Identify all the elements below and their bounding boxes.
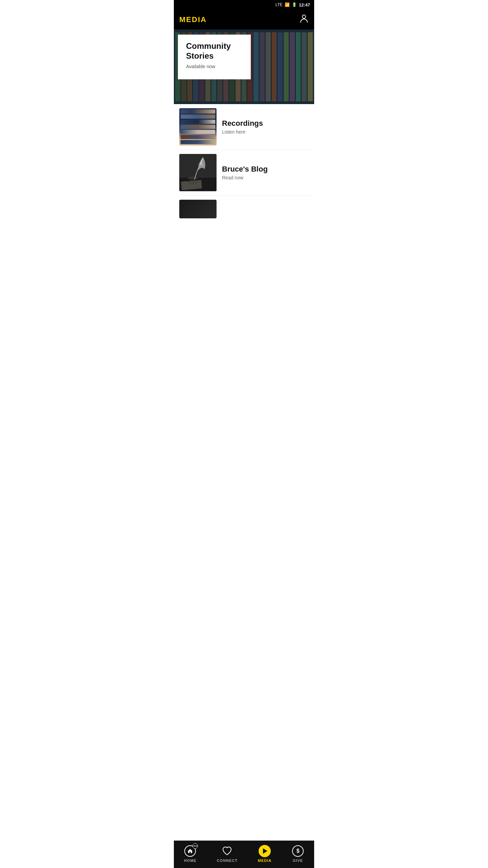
hero-card-subtitle: Available now (186, 64, 243, 69)
hero-card-title: CommunityStories (186, 41, 243, 61)
recordings-info: Recordings Listen here (222, 119, 309, 135)
svg-point-5 (188, 176, 198, 179)
home-nav-label: HOME (184, 859, 197, 863)
bruces-blog-info: Bruce's Blog Read now (222, 165, 309, 180)
status-battery: 🔋 (292, 2, 297, 7)
bruces-blog-thumbnail (179, 154, 217, 191)
recordings-title: Recordings (222, 119, 309, 128)
page-title: MEDIA (179, 15, 207, 24)
community-stories-card[interactable]: CommunityStories Available now (178, 35, 251, 79)
community-thumbnail-partial (179, 200, 217, 218)
profile-icon[interactable] (299, 14, 309, 25)
hero-banner[interactable]: CommunityStories Available now (174, 29, 314, 104)
give-nav-icon: $ (292, 845, 304, 857)
status-network: LTE (276, 2, 283, 7)
nav-media[interactable]: MEDIA (252, 844, 277, 864)
give-nav-label: GIVE (293, 859, 303, 863)
community-item-partial[interactable] (174, 196, 314, 218)
media-nav-label: MEDIA (258, 859, 271, 863)
recordings-thumbnail (179, 108, 217, 145)
new-badge: NEW (192, 843, 198, 849)
bruces-blog-title: Bruce's Blog (222, 165, 309, 174)
bottom-navigation: NEW HOME CONNECT MEDIA $ GIVE (174, 841, 314, 868)
status-time: 12:47 (299, 2, 310, 7)
nav-connect[interactable]: CONNECT (211, 844, 243, 864)
bruces-blog-subtitle: Read now (222, 175, 309, 180)
svg-rect-6 (181, 180, 202, 190)
recordings-subtitle: Listen here (222, 129, 309, 135)
app-header: MEDIA (174, 9, 314, 29)
content-list: Recordings Listen here (174, 104, 314, 868)
nav-home[interactable]: NEW HOME (179, 844, 202, 864)
status-bar: LTE 📶 🔋 12:47 (174, 0, 314, 9)
media-nav-icon (259, 845, 271, 857)
nav-give[interactable]: $ GIVE (286, 844, 309, 864)
recordings-item[interactable]: Recordings Listen here (174, 104, 314, 150)
svg-point-0 (302, 15, 306, 18)
status-signal: 📶 (285, 2, 290, 7)
home-nav-icon: NEW (184, 845, 196, 857)
bruces-blog-item[interactable]: Bruce's Blog Read now (174, 150, 314, 196)
connect-nav-icon (221, 845, 233, 857)
connect-nav-label: CONNECT (217, 859, 238, 863)
